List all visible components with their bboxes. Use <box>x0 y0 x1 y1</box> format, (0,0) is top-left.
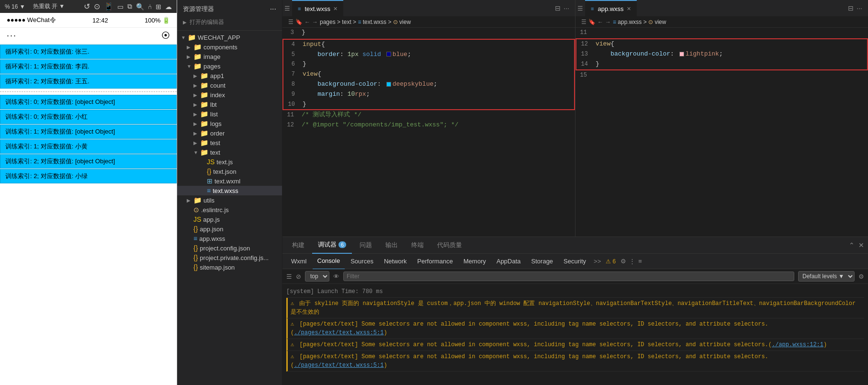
search-icon[interactable]: 🔍 <box>136 3 144 11</box>
console-settings-icon[interactable]: ⚙ <box>858 273 864 280</box>
file-text-js[interactable]: JS text.js <box>177 157 282 167</box>
more-devtabs-icon[interactable]: >> <box>594 258 601 265</box>
levels-selector[interactable]: Default levels ▼ <box>798 271 855 282</box>
phone-icon[interactable]: 📱 <box>104 2 113 11</box>
console-panel: 构建 调试器 6 问题 输出 终端 代码质量 ⌃ ✕ Wxml Console … <box>282 237 868 385</box>
tab-problems[interactable]: 问题 <box>354 237 378 254</box>
context-selector[interactable]: top <box>305 271 329 282</box>
devtab-security[interactable]: Security <box>559 253 591 270</box>
record-icon[interactable]: ⊙ <box>94 2 100 11</box>
folder-utils[interactable]: ▶ 📁 utils <box>177 195 282 205</box>
sidebar-toggle-left[interactable]: ☰ <box>284 5 290 12</box>
file-project-private[interactable]: {} project.private.config.js... <box>177 253 282 262</box>
code-line: 14 } <box>576 59 867 69</box>
file-app-wxss[interactable]: ≡ app.wxss <box>177 234 282 243</box>
tab-terminal[interactable]: 终端 <box>406 237 429 254</box>
folder-order[interactable]: ▶ 📁 order <box>177 128 282 138</box>
tab-code-quality[interactable]: 代码质量 <box>431 237 468 254</box>
file-sitemap[interactable]: {} sitemap.json <box>177 262 282 272</box>
explorer-menu-icon[interactable]: ··· <box>270 5 276 13</box>
folder-list[interactable]: ▶ 📁 list <box>177 109 282 119</box>
filter-input[interactable] <box>343 272 794 281</box>
tab-output[interactable]: 输出 <box>380 237 404 254</box>
code-line: 5 border: 1px solid blue; <box>283 50 574 60</box>
folder-image[interactable]: ▶ 📁 image <box>177 52 282 61</box>
folder-app1[interactable]: ▶ 📁 app1 <box>177 71 282 80</box>
tab-label-text-wxss: text.wxss <box>304 5 330 12</box>
file-text-json[interactable]: {} text.json <box>177 167 282 176</box>
tab-debugger[interactable]: 调试器 6 <box>312 237 352 254</box>
refresh-icon[interactable]: ↺ <box>84 2 90 11</box>
editors-area: ☰ ≡ text.wxss ✕ ⊟ ··· ☰ 🔖 ← → pages > t <box>282 0 868 385</box>
file-text-wxml[interactable]: ⊞ text.wxml <box>177 176 282 186</box>
folder-logs[interactable]: ▶ 📁 logs <box>177 119 282 128</box>
json-file-icon: {} <box>193 254 198 261</box>
code-area-right[interactable]: 11 12 view{ 13 background-color: lightpi… <box>575 28 868 237</box>
console-sidebar-icon[interactable]: ☰ <box>286 273 292 280</box>
file-project-config[interactable]: {} project.config.json <box>177 243 282 253</box>
cloud-icon[interactable]: ☁ <box>165 3 172 11</box>
tab-build[interactable]: 构建 <box>286 237 310 254</box>
forward-icon-right[interactable]: → <box>605 19 611 25</box>
warning-text-2: [pages/text/text] Some selectors are not… <box>291 321 768 336</box>
warning-link-3[interactable]: ./pages/text/text.wxss:5:1 <box>294 362 383 369</box>
more-actions-right-icon[interactable]: ··· <box>857 4 862 12</box>
folder-lbt[interactable]: ▶ 📁 lbt <box>177 100 282 109</box>
file-app-js[interactable]: JS app.js <box>177 215 282 224</box>
forward-icon[interactable]: → <box>312 19 318 25</box>
split-editor-icon[interactable]: ⊟ <box>555 4 561 12</box>
devtools-more-icon[interactable]: ⋮ <box>629 258 635 265</box>
explorer-toolbar: ▶ 打开的编辑器 <box>177 18 282 31</box>
tab-text-wxss[interactable]: ≡ text.wxss ✕ <box>292 0 343 17</box>
devtab-storage[interactable]: Storage <box>527 253 558 270</box>
folder-pages[interactable]: ▼ 📁 pages <box>177 61 282 71</box>
devtab-memory[interactable]: Memory <box>459 253 491 270</box>
grid-icon[interactable]: ⊞ <box>156 3 161 11</box>
folder-index[interactable]: ▶ 📁 index <box>177 90 282 100</box>
devtab-wxml[interactable]: Wxml <box>286 253 312 270</box>
back-icon[interactable]: ← <box>304 19 310 25</box>
devtab-console[interactable]: Console <box>313 253 345 270</box>
branch-icon[interactable]: ⑃ <box>148 3 152 11</box>
sidebar-toggle-right[interactable]: ☰ <box>577 5 583 12</box>
clear-console-icon[interactable]: ⊘ <box>296 273 301 280</box>
close-panel-icon[interactable]: ✕ <box>858 241 864 249</box>
code-line: 9 margin: 10rpx; <box>283 90 574 100</box>
devtab-network[interactable]: Network <box>379 253 412 270</box>
project-root[interactable]: ▼ 📁 WECHAT_APP <box>177 33 282 42</box>
devtab-appdata[interactable]: AppData <box>492 253 526 270</box>
warning-link-2[interactable]: ./app.wxss:12:1 <box>772 341 823 348</box>
tab-app-wxss[interactable]: ≡ app.wxss ✕ <box>585 0 637 17</box>
code-line: 6 } <box>283 59 574 69</box>
folder-icon: 📁 <box>200 72 208 79</box>
tab-actions-left: ⊟ ··· <box>551 4 573 12</box>
log-line-warning-1: ⚠ 由于 skyline 页面的 navigationStyle 是 custo… <box>286 298 864 318</box>
folder-components[interactable]: ▶ 📁 components <box>177 42 282 52</box>
close-tab-left[interactable]: ✕ <box>333 6 338 12</box>
code-line: 3 } <box>282 28 575 38</box>
split-editor-right-icon[interactable]: ⊟ <box>848 4 854 12</box>
devtab-performance[interactable]: Performance <box>413 253 458 270</box>
folder-text[interactable]: ▼ 📁 text <box>177 147 282 157</box>
file-app-json[interactable]: {} app.json <box>177 224 282 234</box>
collapse-icon[interactable]: ⌃ <box>849 241 855 249</box>
console-output[interactable]: [system] Launch Time: 780 ms ⚠ 由于 skylin… <box>282 284 868 385</box>
copy-icon[interactable]: ⧉ <box>127 2 132 11</box>
file-eslintrc[interactable]: ⊙ .eslintrc.js <box>177 205 282 215</box>
more-actions-icon[interactable]: ··· <box>564 4 569 12</box>
folder-count[interactable]: ▶ 📁 count <box>177 80 282 90</box>
eslint-icon: ⊙ <box>193 206 199 214</box>
folder-test[interactable]: ▶ 📁 test <box>177 138 282 147</box>
folder-icon: 📁 <box>200 139 208 147</box>
file-text-wxss[interactable]: ≡ text.wxss <box>177 186 282 195</box>
devtab-sources[interactable]: Sources <box>346 253 378 270</box>
devtools-menu-icon[interactable]: ≡ <box>638 258 642 265</box>
code-panel-right: ☰ ≡ app.wxss ✕ ⊟ ··· ☰ 🔖 ← → ≡ app.wxss <box>575 0 868 237</box>
close-tab-right[interactable]: ✕ <box>627 6 631 12</box>
eye-icon[interactable]: 👁 <box>333 273 339 280</box>
tablet-icon[interactable]: ▭ <box>117 3 124 11</box>
code-area-left[interactable]: 3 } 4 input{ 5 border: 1px solid blue; <box>282 28 575 237</box>
devtools-settings-icon[interactable]: ⚙ <box>620 258 626 265</box>
warning-link[interactable]: ./pages/text/text.wxss:5:1 <box>294 329 383 336</box>
back-icon-right[interactable]: ← <box>597 19 603 25</box>
